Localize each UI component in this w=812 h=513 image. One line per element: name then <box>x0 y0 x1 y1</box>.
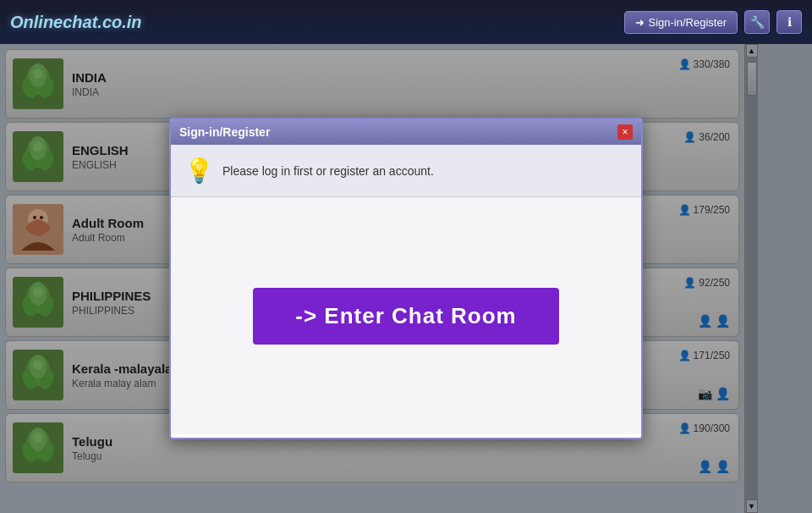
header: Onlinechat.co.in ➜ Sign-in/Register 🔧 ℹ <box>0 0 812 44</box>
wrench-icon: 🔧 <box>750 15 765 29</box>
modal-notice-text: Please log in first or register an accou… <box>222 164 434 178</box>
logo: Onlinechat.co.in <box>10 13 142 32</box>
close-icon: × <box>622 126 628 138</box>
modal-header: Sign-in/Register × <box>171 119 641 145</box>
signin-button[interactable]: ➜ Sign-in/Register <box>624 11 738 34</box>
signin-label: Sign-in/Register <box>649 16 727 29</box>
info-icon: ℹ <box>787 15 792 29</box>
signin-modal: Sign-in/Register × 💡 Please log in first… <box>169 118 643 439</box>
modal-close-button[interactable]: × <box>617 124 633 140</box>
wrench-button[interactable]: 🔧 <box>744 10 770 34</box>
signin-icon: ➜ <box>635 16 645 29</box>
modal-body: -> Enter Chat Room <box>171 197 641 434</box>
modal-title: Sign-in/Register <box>179 125 270 139</box>
lightbulb-icon: 💡 <box>184 157 214 185</box>
enter-chat-label: -> Enter Chat Room <box>295 303 516 328</box>
enter-chat-button[interactable]: -> Enter Chat Room <box>253 288 558 345</box>
modal-notice: 💡 Please log in first or register an acc… <box>171 145 641 197</box>
modal-overlay[interactable]: Sign-in/Register × 💡 Please log in first… <box>0 44 812 513</box>
info-button[interactable]: ℹ <box>776 10 802 34</box>
logo-text: Onlinechat.co.in <box>10 13 142 31</box>
main-area: INDIAINDIA👤 330/380 ENGLISHENGLISH👤 36/2… <box>0 44 812 513</box>
header-right: ➜ Sign-in/Register 🔧 ℹ <box>624 10 803 34</box>
